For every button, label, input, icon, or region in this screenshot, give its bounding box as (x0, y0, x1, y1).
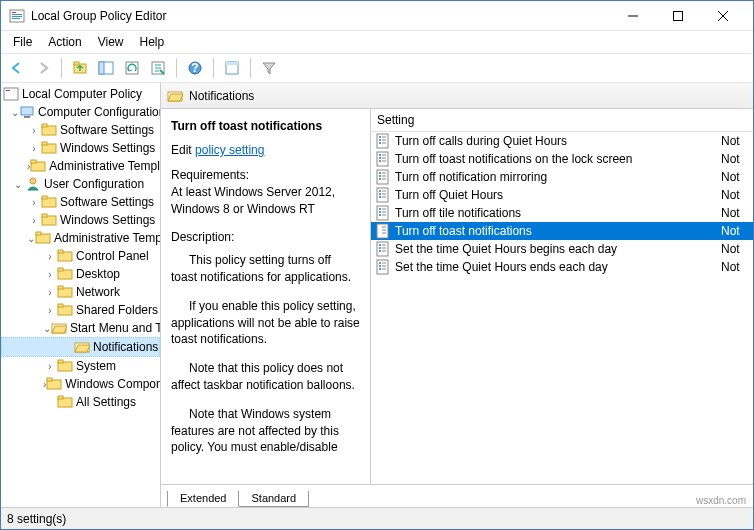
tree-item[interactable]: ›Windows Components (1, 375, 160, 393)
svg-rect-69 (379, 175, 381, 177)
list-body[interactable]: Turn off calls during Quiet HoursNotTurn… (371, 132, 753, 484)
setting-state: Not (721, 242, 749, 256)
user-icon (25, 176, 41, 192)
svg-rect-105 (379, 268, 381, 270)
list-row[interactable]: Turn off tile notificationsNot (371, 204, 753, 222)
tree-item[interactable]: ›Control Panel (1, 247, 160, 265)
tree-item[interactable]: All Settings (1, 393, 160, 411)
menu-file[interactable]: File (5, 33, 40, 51)
expand-icon[interactable]: › (43, 251, 57, 262)
close-button[interactable] (700, 2, 745, 30)
toolbar-separator (61, 58, 62, 78)
svg-rect-56 (379, 142, 381, 144)
expand-icon[interactable]: › (43, 361, 57, 372)
menu-action[interactable]: Action (40, 33, 89, 51)
menu-help[interactable]: Help (132, 33, 173, 51)
status-text: 8 setting(s) (7, 512, 66, 526)
list-row[interactable]: Turn off calls during Quiet HoursNot (371, 132, 753, 150)
svg-rect-70 (379, 178, 381, 180)
list-row[interactable]: Turn off toast notificationsNot (371, 222, 753, 240)
tree-root[interactable]: Local Computer Policy (1, 85, 160, 103)
setting-state: Not (721, 188, 749, 202)
tree-item[interactable]: ›Desktop (1, 265, 160, 283)
expand-icon[interactable]: › (27, 125, 41, 136)
setting-icon (375, 151, 391, 167)
expand-icon[interactable]: › (43, 269, 57, 280)
tree-user-config[interactable]: ⌄ User Configuration (1, 175, 160, 193)
column-setting[interactable]: Setting (377, 113, 747, 127)
filter-button[interactable] (257, 56, 281, 80)
svg-rect-49 (47, 378, 52, 381)
tab-standard[interactable]: Standard (238, 491, 309, 507)
refresh-button[interactable] (120, 56, 144, 80)
tree-label: System (76, 359, 116, 373)
minimize-button[interactable] (610, 2, 655, 30)
computer-icon (19, 104, 35, 120)
setting-name: Set the time Quiet Hours begins each day (395, 242, 721, 256)
maximize-button[interactable] (655, 2, 700, 30)
tree-start-menu[interactable]: ⌄ Start Menu and Taskbar (1, 319, 160, 337)
tree-item[interactable]: ›Network (1, 283, 160, 301)
list-row[interactable]: Set the time Quiet Hours ends each dayNo… (371, 258, 753, 276)
help-button[interactable]: ? (183, 56, 207, 80)
expand-icon[interactable]: › (27, 197, 41, 208)
folder-open-icon (167, 88, 183, 104)
tree-item[interactable]: ›Shared Folders (1, 301, 160, 319)
svg-rect-41 (58, 286, 63, 289)
svg-rect-2 (12, 14, 22, 15)
list-row[interactable]: Turn off notification mirroringNot (371, 168, 753, 186)
show-hide-tree-button[interactable] (94, 56, 118, 80)
tree-panel[interactable]: Local Computer Policy ⌄ Computer Configu… (1, 83, 161, 507)
svg-rect-47 (58, 360, 63, 363)
expand-icon[interactable]: ⌄ (43, 323, 51, 334)
svg-rect-83 (379, 211, 381, 213)
setting-icon (375, 169, 391, 185)
svg-rect-67 (377, 170, 388, 184)
setting-state: Not (721, 206, 749, 220)
edit-policy-link[interactable]: policy setting (195, 143, 264, 157)
list-header[interactable]: Setting (371, 109, 753, 132)
tree-label: Administrative Templates (54, 231, 161, 245)
export-button[interactable] (146, 56, 170, 80)
expand-icon[interactable]: ⌄ (11, 179, 25, 190)
expand-icon[interactable]: › (43, 287, 57, 298)
toolbar-separator (213, 58, 214, 78)
list-row[interactable]: Turn off toast notifications on the lock… (371, 150, 753, 168)
tree-item[interactable]: ›System (1, 357, 160, 375)
list-row[interactable]: Set the time Quiet Hours begins each day… (371, 240, 753, 258)
tree-item[interactable]: ›Windows Settings (1, 211, 160, 229)
properties-button[interactable] (220, 56, 244, 80)
watermark: wsxdn.com (696, 495, 746, 506)
requirements-section: Requirements: At least Windows Server 20… (171, 167, 360, 217)
tree-computer-config[interactable]: ⌄ Computer Configuration (1, 103, 160, 121)
expand-icon[interactable]: › (43, 305, 57, 316)
up-button[interactable] (68, 56, 92, 80)
view-tabs: Extended Standard (161, 485, 753, 507)
folder-icon (41, 122, 57, 138)
tree-item[interactable]: ›Windows Settings (1, 139, 160, 157)
svg-rect-81 (377, 206, 388, 220)
tree-label: Network (76, 285, 120, 299)
tree-notifications[interactable]: Notifications (1, 337, 160, 357)
list-row[interactable]: Turn off Quiet HoursNot (371, 186, 753, 204)
folder-icon (41, 212, 57, 228)
tree-item[interactable]: ›Software Settings (1, 193, 160, 211)
window-title: Local Group Policy Editor (31, 9, 610, 23)
toolbar-separator (250, 58, 251, 78)
tree-admin-templates[interactable]: ⌄ Administrative Templates (1, 229, 160, 247)
expand-icon[interactable]: ⌄ (11, 107, 19, 118)
expand-icon[interactable]: › (27, 215, 41, 226)
tree-label: Administrative Templates (49, 159, 161, 173)
expand-icon[interactable]: ⌄ (27, 233, 35, 244)
forward-button[interactable] (31, 56, 55, 80)
svg-rect-1 (12, 12, 16, 13)
tree-item[interactable]: ›Administrative Templates (1, 157, 160, 175)
menu-view[interactable]: View (90, 33, 132, 51)
edit-line: Edit policy setting (171, 143, 360, 157)
tree-item[interactable]: ›Software Settings (1, 121, 160, 139)
tab-extended[interactable]: Extended (167, 491, 239, 507)
svg-rect-53 (377, 134, 388, 148)
path-header: Notifications (161, 83, 753, 109)
back-button[interactable] (5, 56, 29, 80)
expand-icon[interactable]: › (27, 143, 41, 154)
